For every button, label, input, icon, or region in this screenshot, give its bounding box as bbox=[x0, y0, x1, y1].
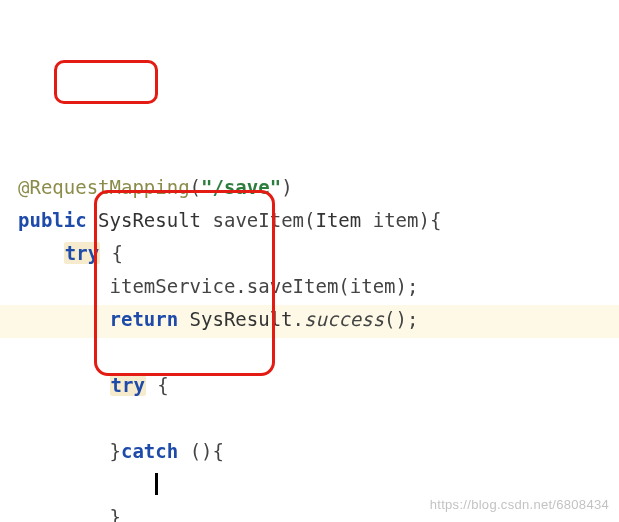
annotation-box-try1 bbox=[54, 60, 158, 104]
code-line: @RequestMapping("/save") bbox=[18, 176, 293, 198]
code-line: return SysResult.success(); bbox=[18, 308, 418, 330]
code-line: itemService.saveItem(item); bbox=[18, 275, 418, 297]
code-line: try { bbox=[18, 374, 169, 396]
highlighted-try: try bbox=[110, 374, 146, 396]
highlighted-try: try bbox=[64, 242, 100, 264]
annotation: @RequestMapping bbox=[18, 176, 190, 198]
code-content: @RequestMapping("/save") public SysResul… bbox=[18, 138, 611, 522]
code-line: try { bbox=[18, 242, 123, 264]
code-line: }catch (){ bbox=[18, 440, 224, 462]
string-literal: "/save" bbox=[201, 176, 281, 198]
code-line bbox=[18, 473, 158, 495]
code-editor: @RequestMapping("/save") public SysResul… bbox=[0, 0, 619, 522]
text-caret bbox=[155, 473, 158, 495]
code-line: } bbox=[18, 506, 121, 522]
code-line: public SysResult saveItem(Item item){ bbox=[18, 209, 441, 231]
